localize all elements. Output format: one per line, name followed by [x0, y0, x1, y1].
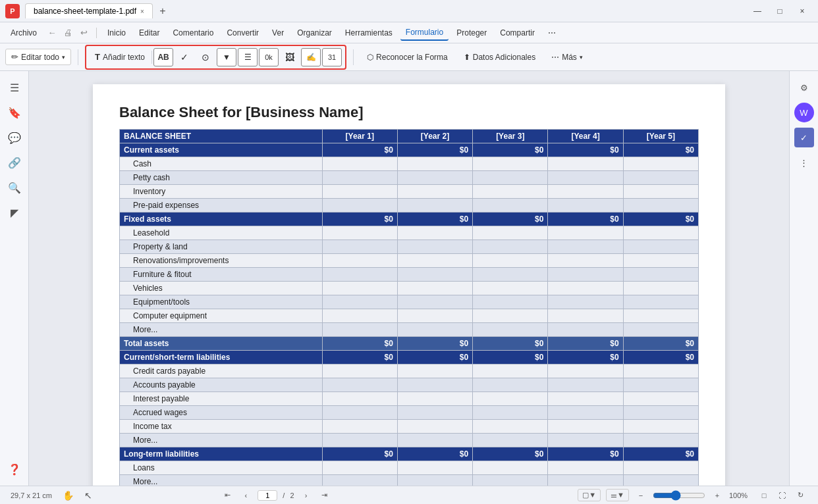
right-sidebar-icon-settings[interactable]: ⚙	[794, 78, 814, 97]
close-tab-icon[interactable]: ×	[140, 8, 144, 15]
edit-all-button[interactable]: ✏ Editar todo ▾	[5, 49, 71, 65]
sidebar-icon-help[interactable]: ❓	[5, 459, 24, 479]
close-button[interactable]: ×	[792, 2, 813, 20]
minimize-button[interactable]: —	[747, 2, 768, 20]
edit-all-label: Editar todo	[21, 53, 59, 62]
row-label: Income tax	[120, 420, 323, 434]
row-value	[548, 420, 623, 434]
dropdown-icon[interactable]: ▼	[217, 48, 236, 66]
right-sidebar-icon-check[interactable]: ✓	[794, 128, 814, 147]
row-value	[548, 282, 623, 295]
view-options-button[interactable]: ▢▼	[578, 489, 601, 501]
row-value	[322, 392, 397, 406]
sidebar-icon-layers[interactable]: ◤	[5, 203, 24, 222]
table-row: More...	[120, 434, 699, 447]
row-value	[623, 240, 698, 254]
menu-item-herramientas[interactable]: Herramientas	[340, 26, 398, 40]
menu-item-formulario[interactable]: Formulario	[400, 25, 449, 41]
right-sidebar-icon-more[interactable]: ⋮	[794, 153, 814, 172]
prev-page-button[interactable]: ‹	[239, 489, 252, 502]
first-page-button[interactable]: ⇤	[221, 489, 234, 502]
menu-item-archivo[interactable]: Archivo	[5, 26, 42, 40]
row-value: $0	[548, 143, 623, 157]
undo-icon[interactable]: ↩	[76, 26, 91, 40]
zoom-slider[interactable]	[653, 490, 705, 501]
menu-item-organizar[interactable]: Organizar	[292, 26, 337, 40]
image-icon[interactable]: 🖼	[280, 48, 300, 66]
radio-icon[interactable]: ⊙	[196, 48, 215, 66]
title-bar: P balance-sheet-template-1.pdf × + — □ ×	[0, 0, 818, 22]
row-value: $0	[623, 143, 698, 157]
reconocer-button[interactable]: ⬡ Reconocer la Forma	[360, 50, 454, 64]
row-label: Fixed assets	[120, 213, 323, 226]
add-text-button[interactable]: T Añadir texto	[90, 49, 150, 64]
row-value	[623, 309, 698, 323]
fit-page-button[interactable]: □	[757, 489, 771, 502]
list-icon[interactable]: ☰	[238, 48, 258, 66]
page-number-input[interactable]	[258, 490, 277, 501]
right-sidebar-icon-user[interactable]: W	[794, 103, 814, 122]
text-field-icon[interactable]: AB	[153, 48, 173, 66]
col-header-year4: [Year 4]	[548, 130, 623, 143]
sidebar-icon-link[interactable]: 🔗	[5, 153, 24, 172]
row-value	[473, 171, 548, 185]
add-tab-button[interactable]: +	[155, 4, 170, 18]
menu-item-compartir[interactable]: Compartir	[495, 26, 540, 40]
page-separator: /	[283, 491, 285, 499]
sidebar-icon-search[interactable]: 🔍	[5, 178, 24, 197]
row-value	[473, 199, 548, 213]
zoom-in-button[interactable]: +	[711, 489, 724, 502]
maximize-button[interactable]: □	[769, 2, 790, 20]
checkbox-icon[interactable]: ✓	[175, 48, 194, 66]
row-value: $0	[623, 213, 698, 226]
sidebar-icon-comment[interactable]: 💬	[5, 128, 24, 147]
row-value	[473, 185, 548, 199]
next-page-button[interactable]: ›	[300, 489, 313, 502]
code-icon[interactable]: 0k	[259, 48, 279, 66]
fullscreen-button[interactable]: ⛶	[776, 489, 789, 502]
row-label: More...	[120, 323, 323, 337]
zoom-out-button[interactable]: −	[634, 489, 647, 502]
row-value	[397, 199, 472, 213]
menu-item-editar[interactable]: Editar	[134, 26, 165, 40]
balance-sheet-table: BALANCE SHEET [Year 1] [Year 2] [Year 3]…	[119, 129, 699, 486]
date-icon[interactable]: 31	[322, 48, 342, 66]
row-value	[473, 392, 548, 406]
sidebar-icon-menu[interactable]: ☰	[5, 78, 24, 97]
row-value	[397, 434, 472, 447]
menu-item-more[interactable]: ⋯	[543, 26, 561, 40]
tab[interactable]: balance-sheet-template-1.pdf ×	[25, 3, 153, 18]
sidebar-icon-bookmark[interactable]: 🔖	[5, 103, 24, 122]
last-page-button[interactable]: ⇥	[318, 489, 331, 502]
menu-item-comentario[interactable]: Comentario	[167, 26, 219, 40]
menu-item-inicio[interactable]: Inicio	[102, 26, 131, 40]
row-value	[623, 199, 698, 213]
mas-button[interactable]: ⋯ Más ▾	[545, 50, 589, 64]
row-value	[623, 282, 698, 295]
menu-item-proteger[interactable]: Proteger	[451, 26, 492, 40]
row-value	[548, 268, 623, 282]
tab-label: balance-sheet-template-1.pdf	[34, 7, 136, 16]
row-value	[322, 199, 397, 213]
rotate-button[interactable]: ↻	[794, 489, 807, 502]
row-value	[322, 157, 397, 171]
row-value	[548, 392, 623, 406]
row-value	[623, 434, 698, 447]
toolbar-left-icons: ← 🖨 ↩	[45, 26, 91, 40]
signature-icon[interactable]: ✍	[301, 48, 321, 66]
col-header-year1: [Year 1]	[322, 130, 397, 143]
hand-tool-icon[interactable]: ✋	[63, 490, 74, 501]
menu-item-ver[interactable]: Ver	[267, 26, 289, 40]
row-label: Vehicles	[120, 282, 323, 295]
back-icon[interactable]: ←	[45, 26, 59, 40]
row-value: $0	[322, 447, 397, 461]
print-icon[interactable]: 🖨	[61, 26, 75, 40]
select-tool-icon[interactable]: ↖	[84, 490, 92, 501]
row-label: Leasehold	[120, 226, 323, 240]
grid-view-button[interactable]: ⚌▼	[606, 489, 629, 501]
row-value	[322, 406, 397, 420]
datos-button[interactable]: ⬆ Datos Adicionales	[457, 50, 542, 64]
upload-icon: ⬆	[464, 53, 470, 62]
menu-item-convertir[interactable]: Convertir	[221, 26, 264, 40]
row-value	[322, 475, 397, 486]
